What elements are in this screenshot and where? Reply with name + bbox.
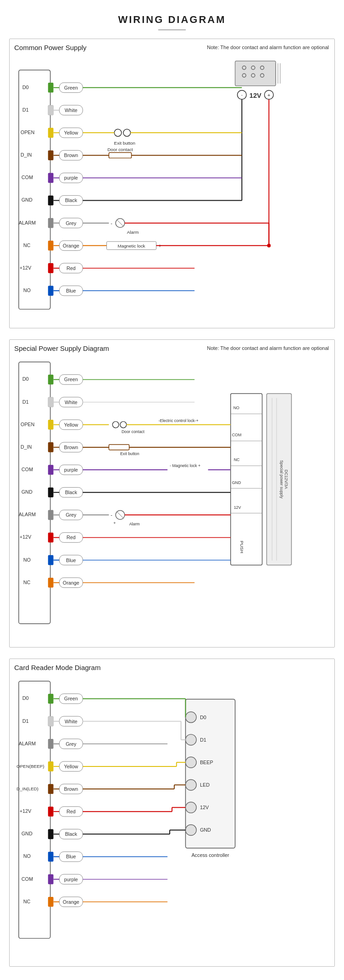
svg-point-246 bbox=[185, 779, 196, 790]
svg-text:PUSH: PUSH bbox=[239, 541, 244, 553]
svg-text:COM: COM bbox=[22, 876, 33, 882]
svg-rect-116 bbox=[48, 555, 54, 565]
svg-text:+: + bbox=[267, 92, 271, 98]
svg-text:D_IN(LED): D_IN(LED) bbox=[17, 786, 39, 791]
svg-text:Red: Red bbox=[67, 265, 76, 271]
svg-text:NO: NO bbox=[23, 287, 31, 293]
svg-text:purple: purple bbox=[64, 175, 78, 180]
svg-text:COM: COM bbox=[232, 433, 242, 437]
svg-rect-205 bbox=[48, 761, 54, 772]
svg-text:+12V: +12V bbox=[20, 808, 32, 814]
svg-text:Door contact: Door contact bbox=[107, 147, 133, 152]
diagram2-svg: D0 D1 OPEN D_IN COM GND ALARM +12V NO NC… bbox=[14, 355, 330, 640]
svg-text:Black: Black bbox=[65, 490, 78, 495]
svg-text:Exit button: Exit button bbox=[114, 141, 135, 146]
diagram3-label: Card Reader Mode Diagram bbox=[14, 664, 330, 671]
diagram1-section: Common Power Supply Note: The door conta… bbox=[9, 39, 335, 328]
svg-rect-19 bbox=[48, 263, 54, 273]
diagram1-svg: D0 D1 OPEN D_IN COM GND ALARM NC +12V NO bbox=[14, 54, 330, 321]
svg-text:COM: COM bbox=[22, 467, 33, 472]
svg-rect-112 bbox=[48, 465, 54, 475]
svg-point-248 bbox=[185, 825, 196, 836]
svg-text:-: - bbox=[111, 220, 112, 226]
svg-text:Black: Black bbox=[65, 197, 78, 203]
svg-rect-210 bbox=[48, 874, 54, 884]
svg-rect-115 bbox=[48, 533, 54, 543]
svg-text:12V: 12V bbox=[234, 505, 241, 510]
svg-text:12V: 12V bbox=[250, 92, 261, 99]
svg-text:Exit button: Exit button bbox=[120, 451, 139, 456]
diagram3-svg: D0 D1 ALARM OPEN(BEEP) D_IN(LED) +12V GN… bbox=[14, 674, 330, 959]
svg-rect-207 bbox=[48, 806, 54, 817]
svg-text:NC: NC bbox=[234, 457, 240, 462]
svg-text:GND: GND bbox=[232, 480, 241, 485]
svg-rect-17 bbox=[48, 218, 54, 228]
svg-rect-20 bbox=[48, 286, 54, 296]
svg-text:D_IN: D_IN bbox=[21, 444, 32, 450]
svg-text:+: + bbox=[113, 521, 116, 525]
svg-rect-209 bbox=[48, 852, 54, 862]
svg-rect-110 bbox=[48, 420, 54, 430]
svg-rect-113 bbox=[48, 487, 54, 497]
svg-rect-109 bbox=[48, 397, 54, 407]
svg-rect-0 bbox=[19, 70, 50, 309]
title-divider bbox=[158, 29, 186, 30]
svg-rect-111 bbox=[48, 442, 54, 452]
svg-text:Brown: Brown bbox=[64, 445, 78, 450]
svg-text:Yellow: Yellow bbox=[64, 764, 78, 769]
svg-text:D1: D1 bbox=[22, 107, 29, 113]
svg-text:Blue: Blue bbox=[66, 854, 76, 859]
svg-text:D1: D1 bbox=[200, 737, 206, 743]
svg-text:Magnetic lock: Magnetic lock bbox=[118, 243, 145, 248]
svg-text:White: White bbox=[65, 107, 78, 113]
svg-text:COM: COM bbox=[22, 175, 33, 180]
svg-text:GND: GND bbox=[200, 827, 211, 833]
svg-text:GND: GND bbox=[22, 831, 33, 836]
svg-text:Blue: Blue bbox=[66, 288, 76, 293]
svg-text:Green: Green bbox=[64, 85, 78, 90]
svg-rect-211 bbox=[48, 897, 54, 907]
svg-text:Green: Green bbox=[64, 696, 78, 701]
svg-rect-202 bbox=[48, 694, 54, 704]
svg-text:-: - bbox=[111, 512, 112, 518]
svg-rect-16 bbox=[48, 196, 54, 206]
svg-text:Alarm: Alarm bbox=[129, 522, 140, 526]
svg-text:D_IN: D_IN bbox=[21, 152, 32, 158]
svg-point-166 bbox=[112, 422, 119, 428]
svg-rect-18 bbox=[48, 241, 54, 251]
svg-text:White: White bbox=[65, 400, 78, 405]
svg-rect-206 bbox=[48, 784, 54, 794]
svg-text:Yellow: Yellow bbox=[64, 130, 78, 135]
svg-text:GND: GND bbox=[22, 197, 33, 203]
svg-rect-203 bbox=[48, 716, 54, 727]
svg-text:Brown: Brown bbox=[64, 152, 78, 158]
diagram2-note: Note: The door contact and alarm functio… bbox=[207, 345, 329, 351]
svg-text:- Magnetic lock +: - Magnetic lock + bbox=[170, 463, 200, 468]
svg-line-85 bbox=[117, 220, 123, 226]
svg-text:D1: D1 bbox=[22, 718, 29, 724]
svg-text:NO: NO bbox=[233, 406, 239, 410]
svg-text:White: White bbox=[65, 719, 78, 724]
svg-text:Red: Red bbox=[67, 535, 76, 540]
svg-rect-77 bbox=[109, 152, 131, 158]
svg-text:Special power supply: Special power supply bbox=[279, 460, 284, 499]
svg-text:+12V: +12V bbox=[20, 265, 32, 270]
svg-text:Black: Black bbox=[65, 831, 78, 837]
svg-rect-108 bbox=[48, 375, 54, 385]
svg-text:D0: D0 bbox=[22, 695, 29, 701]
svg-text:Green: Green bbox=[64, 377, 78, 382]
svg-text:Red: Red bbox=[67, 809, 76, 814]
svg-rect-114 bbox=[48, 510, 54, 520]
svg-text:LED: LED bbox=[200, 782, 210, 788]
svg-point-244 bbox=[185, 734, 196, 745]
svg-rect-15 bbox=[48, 173, 54, 183]
svg-text:ALARM: ALARM bbox=[19, 220, 36, 225]
svg-text:purple: purple bbox=[64, 467, 78, 473]
svg-text:D1: D1 bbox=[22, 399, 29, 405]
page-title: WIRING DIAGRAM bbox=[0, 0, 344, 29]
svg-text:NO: NO bbox=[23, 853, 31, 859]
svg-text:D0: D0 bbox=[200, 715, 206, 720]
svg-rect-11 bbox=[48, 83, 54, 93]
svg-text:Grey: Grey bbox=[66, 512, 77, 518]
diagram1-note: Note: The door contact and alarm functio… bbox=[207, 45, 329, 50]
